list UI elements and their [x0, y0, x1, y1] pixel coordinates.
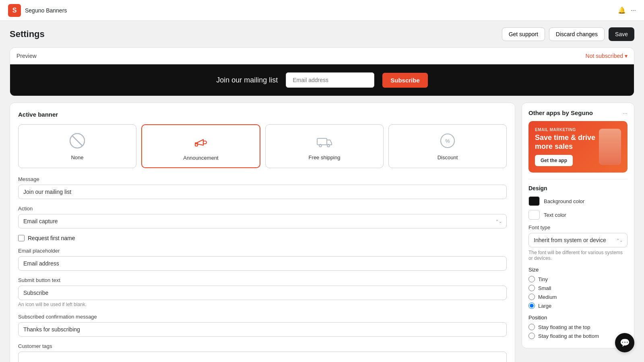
position-bottom-row: Stay floating at the bottom: [528, 333, 627, 339]
position-top-radio[interactable]: [528, 324, 535, 330]
chevron-down-icon: ▾: [625, 53, 627, 59]
none-icon: [68, 131, 87, 150]
email-placeholder-label: Email placeholder: [18, 248, 507, 254]
size-tiny-radio[interactable]: [528, 276, 535, 282]
banner-type-none[interactable]: None: [18, 124, 136, 168]
design-title: Design: [528, 185, 627, 191]
confirmation-input[interactable]: [18, 322, 507, 337]
message-label: Message: [18, 176, 507, 182]
other-apps-title: Other apps by Seguno: [528, 109, 593, 116]
message-input[interactable]: [18, 185, 507, 199]
request-first-name-checkbox[interactable]: [18, 235, 25, 241]
confirmation-label: Subscribed confirmation message: [18, 314, 507, 320]
font-type-hint: The font will be different for various s…: [528, 250, 627, 261]
subscription-status-text: Not subscribed: [586, 53, 623, 59]
header-actions: Get support Discard changes Save: [502, 27, 634, 41]
background-color-swatch[interactable]: [528, 196, 540, 206]
size-large-radio[interactable]: [528, 302, 535, 309]
left-panel: Active banner None: [10, 103, 515, 362]
svg-rect-3: [317, 138, 327, 145]
position-label: Position: [528, 315, 627, 321]
ad-phone-mockup: [599, 129, 621, 165]
size-small-radio[interactable]: [528, 285, 535, 291]
banner-type-discount[interactable]: % Discount: [388, 124, 507, 168]
nav-left: S Seguno Banners: [8, 4, 67, 17]
email-marketing-ad[interactable]: EMAIL MARKETING Save time & drive more s…: [528, 121, 627, 173]
customer-tags-input[interactable]: [18, 352, 507, 362]
font-type-select[interactable]: Inherit from system or device System def…: [528, 233, 627, 247]
action-select[interactable]: Email capture Link None: [18, 214, 507, 228]
announcement-label: Announcement: [183, 155, 218, 161]
active-banner-title: Active banner: [18, 111, 507, 118]
request-first-name-row: Request first name: [18, 235, 507, 241]
save-button[interactable]: Save: [609, 27, 634, 41]
chat-icon: 💬: [620, 338, 630, 348]
action-label: Action: [18, 206, 507, 212]
preview-header: Preview Not subscribed ▾: [10, 48, 634, 64]
background-color-row: Background color: [528, 196, 627, 206]
customer-tags-group: Customer tags Up to 5 tags can be added …: [18, 343, 507, 362]
svg-point-5: [327, 144, 330, 147]
position-bottom-radio[interactable]: [528, 333, 535, 339]
svg-point-4: [319, 144, 322, 147]
preview-label: Preview: [17, 53, 37, 59]
right-panel: Other apps by Seguno ··· EMAIL MARKETING…: [522, 103, 634, 348]
banner-type-free-shipping[interactable]: Free shipping: [265, 124, 384, 168]
subscription-status-button[interactable]: Not subscribed ▾: [586, 53, 627, 59]
get-support-button[interactable]: Get support: [502, 27, 545, 41]
customer-tags-label: Customer tags: [18, 343, 507, 349]
submit-hint: An icon will be used if left blank.: [18, 302, 507, 307]
submit-btn-group: Submit button text An icon will be used …: [18, 277, 507, 307]
preview-card: Preview Not subscribed ▾ Join our mailin…: [10, 47, 634, 96]
size-section: Size Tiny Small Medium: [528, 267, 627, 309]
size-label: Size: [528, 267, 627, 273]
design-section: Design Background color Text color Font …: [528, 179, 627, 339]
banner-message-preview: Join our mailing list: [216, 76, 278, 84]
size-tiny-label: Tiny: [538, 276, 548, 282]
ad-headline: Save time & drive more sales: [535, 134, 596, 151]
action-group: Action Email capture Link None: [18, 206, 507, 228]
preview-banner: Join our mailing list Subscribe: [10, 64, 634, 96]
text-color-row: Text color: [528, 210, 627, 220]
position-bottom-label: Stay floating at the bottom: [538, 333, 599, 339]
email-placeholder-input[interactable]: [18, 256, 507, 271]
other-apps-more-icon[interactable]: ···: [623, 110, 627, 116]
other-apps-header: Other apps by Seguno ···: [528, 109, 627, 116]
preview-email-input[interactable]: [286, 72, 374, 88]
submit-btn-label: Submit button text: [18, 277, 507, 283]
banner-type-selector: None Announcement: [18, 124, 507, 168]
size-tiny-row: Tiny: [528, 276, 627, 282]
ad-cta-button[interactable]: Get the app: [535, 155, 573, 166]
size-medium-radio[interactable]: [528, 294, 535, 300]
two-column-layout: Active banner None: [10, 103, 634, 362]
app-name: Seguno Banners: [25, 7, 67, 14]
page-header: Settings Get support Discard changes Sav…: [0, 21, 644, 47]
confirmation-group: Subscribed confirmation message: [18, 314, 507, 337]
preview-subscribe-button[interactable]: Subscribe: [382, 73, 428, 88]
svg-line-1: [72, 136, 83, 146]
more-icon[interactable]: ···: [631, 7, 636, 14]
size-small-row: Small: [528, 285, 627, 291]
size-large-label: Large: [538, 303, 551, 309]
size-medium-row: Medium: [528, 294, 627, 300]
text-color-swatch[interactable]: [528, 210, 540, 220]
top-nav: S Seguno Banners 🔔 ···: [0, 0, 644, 21]
discount-label: Discount: [438, 154, 458, 160]
svg-text:%: %: [445, 138, 450, 144]
request-first-name-label: Request first name: [28, 235, 75, 241]
font-section: Font type Inherit from system or device …: [528, 224, 627, 261]
nav-right: 🔔 ···: [618, 6, 636, 14]
message-group: Message: [18, 176, 507, 199]
free-shipping-label: Free shipping: [309, 154, 341, 160]
ad-label: EMAIL MARKETING: [535, 128, 596, 132]
banner-type-announcement[interactable]: Announcement: [141, 124, 260, 168]
discard-changes-button[interactable]: Discard changes: [549, 27, 605, 41]
font-type-select-wrapper: Inherit from system or device System def…: [528, 233, 627, 247]
chat-button[interactable]: 💬: [615, 333, 634, 352]
submit-btn-input[interactable]: [18, 286, 507, 300]
email-placeholder-group: Email placeholder: [18, 248, 507, 271]
free-shipping-icon: [315, 131, 334, 150]
font-type-label: Font type: [528, 224, 627, 230]
notification-icon[interactable]: 🔔: [618, 6, 626, 14]
ad-phone-screen: [599, 129, 621, 165]
